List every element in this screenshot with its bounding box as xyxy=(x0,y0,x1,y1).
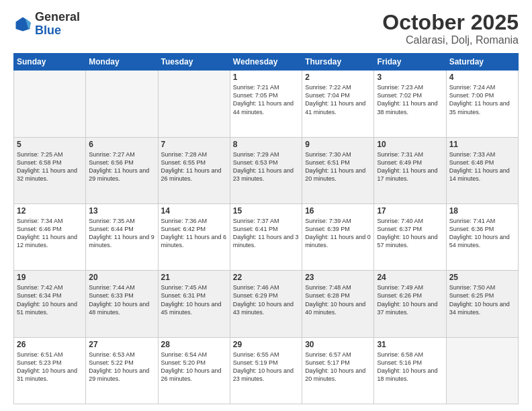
day-info: Sunrise: 6:55 AMSunset: 5:19 PMDaylight:… xyxy=(233,351,299,383)
calendar-row: 19Sunrise: 7:42 AMSunset: 6:34 PMDayligh… xyxy=(14,271,519,337)
calendar-cell: 8Sunrise: 7:29 AMSunset: 6:53 PMDaylight… xyxy=(230,137,302,203)
weekday-header: Saturday xyxy=(446,54,518,71)
calendar-cell: 15Sunrise: 7:37 AMSunset: 6:41 PMDayligh… xyxy=(230,203,302,270)
day-number: 15 xyxy=(233,206,299,216)
day-number: 18 xyxy=(449,206,515,216)
day-number: 17 xyxy=(377,206,443,216)
calendar-cell: 22Sunrise: 7:46 AMSunset: 6:29 PMDayligh… xyxy=(230,271,302,337)
day-number: 7 xyxy=(161,140,227,149)
weekday-header: Friday xyxy=(374,54,446,71)
day-number: 1 xyxy=(233,73,299,82)
day-info: Sunrise: 6:57 AMSunset: 5:17 PMDaylight:… xyxy=(305,351,371,383)
day-number: 25 xyxy=(449,273,515,282)
calendar-row: 26Sunrise: 6:51 AMSunset: 5:23 PMDayligh… xyxy=(14,337,519,404)
day-number: 19 xyxy=(17,273,83,282)
calendar-table: SundayMondayTuesdayWednesdayThursdayFrid… xyxy=(13,53,519,404)
calendar-cell: 21Sunrise: 7:45 AMSunset: 6:31 PMDayligh… xyxy=(158,271,230,337)
logo-icon xyxy=(13,15,32,34)
day-number: 20 xyxy=(89,273,154,282)
day-info: Sunrise: 6:58 AMSunset: 5:16 PMDaylight:… xyxy=(377,351,443,383)
day-info: Sunrise: 7:48 AMSunset: 6:28 PMDaylight:… xyxy=(305,283,371,316)
day-info: Sunrise: 7:34 AMSunset: 6:46 PMDaylight:… xyxy=(17,217,83,250)
day-number: 16 xyxy=(305,206,371,216)
day-info: Sunrise: 6:53 AMSunset: 5:22 PMDaylight:… xyxy=(89,351,154,383)
day-info: Sunrise: 7:42 AMSunset: 6:34 PMDaylight:… xyxy=(17,283,83,316)
day-info: Sunrise: 7:44 AMSunset: 6:33 PMDaylight:… xyxy=(89,283,154,316)
calendar-cell: 19Sunrise: 7:42 AMSunset: 6:34 PMDayligh… xyxy=(14,271,86,337)
day-number: 26 xyxy=(17,340,83,349)
calendar-cell: 16Sunrise: 7:39 AMSunset: 6:39 PMDayligh… xyxy=(302,203,374,270)
day-number: 30 xyxy=(305,340,371,349)
day-number: 23 xyxy=(305,273,371,282)
weekday-header: Thursday xyxy=(302,54,374,71)
calendar-row: 1Sunrise: 7:21 AMSunset: 7:05 PMDaylight… xyxy=(14,71,519,137)
logo-text: General Blue xyxy=(35,11,80,38)
day-number: 12 xyxy=(17,206,83,216)
weekday-header: Sunday xyxy=(14,54,86,71)
day-info: Sunrise: 7:25 AMSunset: 6:58 PMDaylight:… xyxy=(17,150,83,183)
calendar-subtitle: Calarasi, Dolj, Romania xyxy=(382,34,519,46)
day-number: 13 xyxy=(89,206,154,216)
calendar-cell: 30Sunrise: 6:57 AMSunset: 5:17 PMDayligh… xyxy=(302,337,374,404)
header: General Blue October 2025 Calarasi, Dolj… xyxy=(13,11,519,46)
day-number: 3 xyxy=(377,73,443,82)
calendar-cell: 9Sunrise: 7:30 AMSunset: 6:51 PMDaylight… xyxy=(302,137,374,203)
calendar-cell: 31Sunrise: 6:58 AMSunset: 5:16 PMDayligh… xyxy=(374,337,446,404)
day-number: 10 xyxy=(377,140,443,149)
logo-blue: Blue xyxy=(35,24,61,37)
day-info: Sunrise: 7:23 AMSunset: 7:02 PMDaylight:… xyxy=(377,83,443,116)
calendar-cell xyxy=(158,71,230,137)
weekday-header: Monday xyxy=(86,54,158,71)
day-number: 9 xyxy=(305,140,371,149)
day-info: Sunrise: 7:24 AMSunset: 7:00 PMDaylight:… xyxy=(449,83,515,116)
day-info: Sunrise: 7:39 AMSunset: 6:39 PMDaylight:… xyxy=(305,217,371,250)
calendar-cell: 20Sunrise: 7:44 AMSunset: 6:33 PMDayligh… xyxy=(86,271,158,337)
calendar-cell: 1Sunrise: 7:21 AMSunset: 7:05 PMDaylight… xyxy=(230,71,302,137)
calendar-cell: 4Sunrise: 7:24 AMSunset: 7:00 PMDaylight… xyxy=(446,71,518,137)
calendar-cell: 17Sunrise: 7:40 AMSunset: 6:37 PMDayligh… xyxy=(374,203,446,270)
day-number: 8 xyxy=(233,140,299,149)
calendar-cell: 3Sunrise: 7:23 AMSunset: 7:02 PMDaylight… xyxy=(374,71,446,137)
calendar-cell xyxy=(446,337,518,404)
calendar-cell: 11Sunrise: 7:33 AMSunset: 6:48 PMDayligh… xyxy=(446,137,518,203)
calendar-cell: 23Sunrise: 7:48 AMSunset: 6:28 PMDayligh… xyxy=(302,271,374,337)
calendar-cell: 25Sunrise: 7:50 AMSunset: 6:25 PMDayligh… xyxy=(446,271,518,337)
logo-general: General xyxy=(35,10,80,24)
title-block: October 2025 Calarasi, Dolj, Romania xyxy=(382,11,519,46)
day-info: Sunrise: 7:31 AMSunset: 6:49 PMDaylight:… xyxy=(377,150,443,183)
day-number: 11 xyxy=(449,140,515,149)
day-info: Sunrise: 7:29 AMSunset: 6:53 PMDaylight:… xyxy=(233,150,299,183)
calendar-cell: 13Sunrise: 7:35 AMSunset: 6:44 PMDayligh… xyxy=(86,203,158,270)
day-number: 4 xyxy=(449,73,515,82)
calendar-cell: 14Sunrise: 7:36 AMSunset: 6:42 PMDayligh… xyxy=(158,203,230,270)
day-number: 2 xyxy=(305,73,371,82)
calendar-cell: 7Sunrise: 7:28 AMSunset: 6:55 PMDaylight… xyxy=(158,137,230,203)
day-number: 31 xyxy=(377,340,443,349)
calendar-body: 1Sunrise: 7:21 AMSunset: 7:05 PMDaylight… xyxy=(14,71,519,404)
calendar-cell xyxy=(86,71,158,137)
day-info: Sunrise: 7:30 AMSunset: 6:51 PMDaylight:… xyxy=(305,150,371,183)
calendar-header-row: SundayMondayTuesdayWednesdayThursdayFrid… xyxy=(14,54,519,71)
day-number: 14 xyxy=(161,206,227,216)
calendar-cell: 5Sunrise: 7:25 AMSunset: 6:58 PMDaylight… xyxy=(14,137,86,203)
day-number: 29 xyxy=(233,340,299,349)
calendar-row: 5Sunrise: 7:25 AMSunset: 6:58 PMDaylight… xyxy=(14,137,519,203)
day-info: Sunrise: 7:21 AMSunset: 7:05 PMDaylight:… xyxy=(233,83,299,116)
day-number: 5 xyxy=(17,140,83,149)
day-info: Sunrise: 7:49 AMSunset: 6:26 PMDaylight:… xyxy=(377,283,443,316)
weekday-header: Wednesday xyxy=(230,54,302,71)
day-info: Sunrise: 7:37 AMSunset: 6:41 PMDaylight:… xyxy=(233,217,299,250)
calendar-cell: 2Sunrise: 7:22 AMSunset: 7:04 PMDaylight… xyxy=(302,71,374,137)
day-info: Sunrise: 7:36 AMSunset: 6:42 PMDaylight:… xyxy=(161,217,227,250)
logo: General Blue xyxy=(13,11,80,38)
weekday-header: Tuesday xyxy=(158,54,230,71)
calendar-cell xyxy=(14,71,86,137)
day-number: 28 xyxy=(161,340,227,349)
day-number: 22 xyxy=(233,273,299,282)
day-info: Sunrise: 7:40 AMSunset: 6:37 PMDaylight:… xyxy=(377,217,443,250)
day-info: Sunrise: 7:46 AMSunset: 6:29 PMDaylight:… xyxy=(233,283,299,316)
day-number: 27 xyxy=(89,340,154,349)
day-info: Sunrise: 7:50 AMSunset: 6:25 PMDaylight:… xyxy=(449,283,515,316)
calendar-cell: 10Sunrise: 7:31 AMSunset: 6:49 PMDayligh… xyxy=(374,137,446,203)
calendar-cell: 12Sunrise: 7:34 AMSunset: 6:46 PMDayligh… xyxy=(14,203,86,270)
